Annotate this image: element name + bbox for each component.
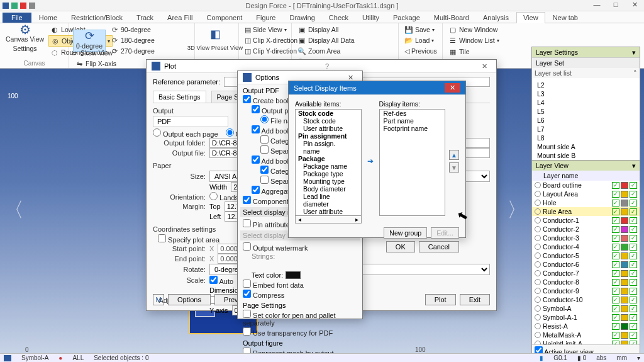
layer-chk-1[interactable]: ✓ <box>612 208 619 215</box>
layer-color-swatch[interactable] <box>621 288 628 295</box>
layer-color-swatch[interactable] <box>621 217 628 224</box>
tab-multiboard[interactable]: Multi-Board <box>428 13 475 23</box>
layer-row[interactable]: HeightLimit-A✓✓ <box>532 339 640 344</box>
add-item-button[interactable]: ➔ <box>365 156 375 166</box>
layer-chk-1[interactable]: ✓ <box>612 323 619 330</box>
layer-color-swatch[interactable] <box>621 297 628 303</box>
layer-chk-1[interactable]: ✓ <box>612 217 619 224</box>
displayalldata-button[interactable]: ▣Display All Data <box>296 35 357 45</box>
layer-row[interactable]: MetalMask-A✓✓ <box>532 331 640 339</box>
layer-chk-2[interactable]: ✓ <box>630 270 637 277</box>
layer-chk-1[interactable]: ✓ <box>612 200 619 206</box>
3d-preset-button[interactable]: ◧3D View Preset View <box>199 25 231 52</box>
new-group-button[interactable]: New group <box>384 227 427 239</box>
display-item[interactable]: Part name <box>380 117 445 125</box>
display-item[interactable]: Footprint name <box>380 125 445 132</box>
visibility-toggle[interactable] <box>535 261 541 268</box>
tab-areafill[interactable]: Area Fill <box>161 13 199 23</box>
plot-help-icon[interactable]: ? <box>325 62 329 70</box>
flipx-button[interactable]: ⇋Flip X-axis <box>73 59 154 69</box>
available-item[interactable]: Pin assign. name <box>296 140 361 155</box>
layer-chk-1[interactable]: ✓ <box>612 252 619 259</box>
layer-row[interactable]: Hole✓✓ <box>532 198 640 207</box>
layer-chk-1[interactable]: ✓ <box>612 235 619 242</box>
tab-restriction[interactable]: Restriction/Block <box>65 13 129 23</box>
layer-chk-2[interactable]: ✓ <box>630 252 637 259</box>
visibility-toggle[interactable] <box>535 182 541 188</box>
tab-component[interactable]: Component <box>200 13 248 23</box>
layer-color-swatch[interactable] <box>621 279 628 286</box>
layer-row[interactable]: Conductor-5✓✓ <box>532 251 640 260</box>
layer-color-swatch[interactable] <box>621 182 628 189</box>
layer-chk-2[interactable]: ✓ <box>630 217 637 224</box>
layer-chk-1[interactable]: ✓ <box>612 314 619 321</box>
layer-row[interactable]: Conductor-3✓✓ <box>532 234 640 242</box>
visibility-toggle[interactable] <box>535 217 541 223</box>
load-view-button[interactable]: 📂Load▾ <box>402 35 438 45</box>
layer-color-swatch[interactable] <box>621 208 628 215</box>
layer-row[interactable]: Symbol-A-1✓✓ <box>532 313 640 322</box>
visibility-toggle[interactable] <box>535 226 541 232</box>
layer-chk-2[interactable]: ✓ <box>630 314 637 321</box>
layer-chk-2[interactable]: ✓ <box>630 297 637 303</box>
layer-chk-1[interactable]: ✓ <box>612 305 619 312</box>
visibility-toggle[interactable] <box>535 279 541 285</box>
compress-checkbox[interactable]: Compress <box>243 290 284 299</box>
display-item[interactable]: Ref-des <box>380 110 445 117</box>
layer-chk-2[interactable]: ✓ <box>630 200 637 206</box>
output-format-select[interactable]: PDF <box>153 116 228 127</box>
tab-drawing[interactable]: Drawing <box>284 13 321 23</box>
tab-figure[interactable]: Figure <box>250 13 282 23</box>
layer-chk-1[interactable]: ✓ <box>612 297 619 303</box>
tab-home[interactable]: Home <box>33 13 64 23</box>
layer-color-swatch[interactable] <box>621 261 628 268</box>
plot-run-button[interactable]: Plot <box>425 294 456 305</box>
layer-row[interactable]: Conductor-7✓✓ <box>532 269 640 278</box>
layer-row[interactable]: Conductor-4✓✓ <box>532 242 640 251</box>
layer-color-swatch[interactable] <box>621 323 628 330</box>
visibility-toggle[interactable] <box>535 208 541 215</box>
layer-row[interactable]: Conductor-2✓✓ <box>532 225 640 234</box>
previous-view-button[interactable]: ◁Previous <box>402 46 438 56</box>
select-items-close-button[interactable]: ✕ <box>445 83 460 93</box>
layer-chk-1[interactable]: ✓ <box>612 341 619 345</box>
available-item[interactable]: User attribute <box>296 208 361 215</box>
layer-chk-2[interactable]: ✓ <box>630 208 637 215</box>
available-item[interactable]: User attribute <box>296 125 361 132</box>
chevron-up-icon[interactable]: ˄ <box>633 69 637 77</box>
layer-row[interactable]: Rule Area✓✓ <box>532 207 640 216</box>
layer-chk-1[interactable]: ✓ <box>612 244 619 251</box>
layer-row[interactable]: Symbol-A✓✓ <box>532 304 640 313</box>
visibility-toggle[interactable] <box>535 341 541 344</box>
save-view-button[interactable]: 💾Save▾ <box>402 25 438 35</box>
nav-prev-icon[interactable]: 〈 <box>4 196 24 224</box>
newwindow-button[interactable]: ▢New Window <box>447 25 501 35</box>
plot-footer-icon[interactable]: M <box>153 294 164 305</box>
layer-chk-2[interactable]: ✓ <box>630 279 637 286</box>
clipy-button[interactable]: ◫Clip Y-direction▾ <box>243 46 287 56</box>
layer-chk-2[interactable]: ✓ <box>630 244 637 251</box>
layer-set-item[interactable]: L4 <box>535 98 637 107</box>
tab-file[interactable]: File <box>3 13 31 23</box>
layer-chk-2[interactable]: ✓ <box>630 305 637 312</box>
visibility-toggle[interactable] <box>535 191 541 197</box>
layer-color-swatch[interactable] <box>621 270 628 277</box>
layer-color-swatch[interactable] <box>621 341 628 345</box>
available-item[interactable]: Lead line diameter <box>296 193 361 208</box>
layer-color-swatch[interactable] <box>621 305 628 312</box>
tab-package[interactable]: Package <box>387 13 426 23</box>
layer-chk-1[interactable]: ✓ <box>612 182 619 189</box>
layer-set-item[interactable]: L5 <box>535 107 637 116</box>
layer-color-swatch[interactable] <box>621 332 628 339</box>
layer-color-swatch[interactable] <box>621 226 628 233</box>
available-items-list[interactable]: Stock codeStock codeUser attributePin as… <box>295 109 362 216</box>
visibility-toggle[interactable] <box>535 305 541 312</box>
layer-set-item[interactable]: L8 <box>535 133 637 142</box>
layer-color-swatch[interactable] <box>621 200 628 206</box>
layer-set-item[interactable]: Mount side B <box>535 151 637 160</box>
layer-set-item[interactable]: Mount side A <box>535 142 637 151</box>
layer-set-item[interactable]: L7 <box>535 125 637 133</box>
layer-chk-2[interactable]: ✓ <box>630 341 637 345</box>
layer-chk-1[interactable]: ✓ <box>612 191 619 198</box>
visibility-toggle[interactable] <box>535 332 541 338</box>
